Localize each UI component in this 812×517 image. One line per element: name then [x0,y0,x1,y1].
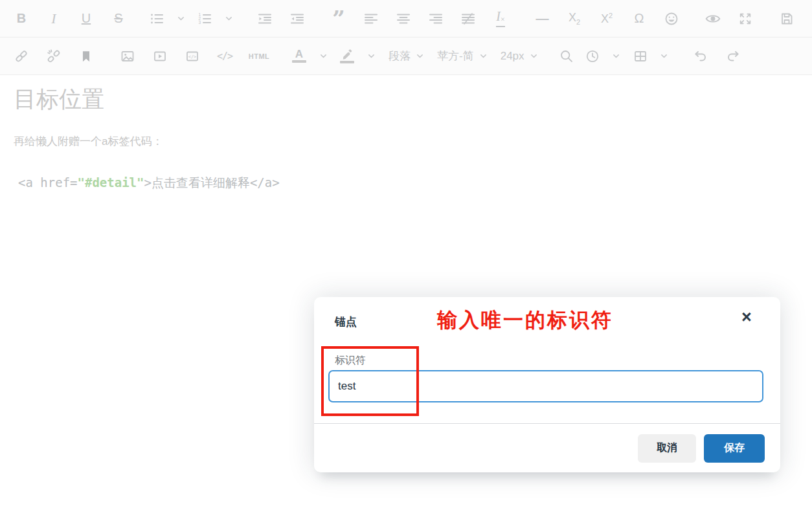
save-button[interactable]: 保存 [704,434,765,463]
preview-button[interactable] [697,5,729,33]
blockquote-button[interactable]: ” [322,5,355,33]
align-left-icon [363,11,379,27]
font-family-dropdown[interactable]: 苹方-简 [431,42,494,71]
clock-icon [585,49,600,64]
special-character-button[interactable]: Ω [623,5,655,33]
numbered-list-menu-button[interactable] [218,5,240,33]
highlight-color-swatch [340,61,354,63]
align-none-button[interactable] [452,5,484,33]
table-icon [633,49,648,64]
align-left-button[interactable] [355,5,387,33]
bullet-list-button[interactable] [144,5,170,33]
bold-icon: B [17,11,26,26]
document-heading: 目标位置 [14,84,812,115]
bullet-list-menu-button[interactable] [170,5,192,33]
undo-button[interactable] [684,42,717,71]
chevron-down-icon [530,52,538,60]
subscript-button[interactable]: X2 [558,5,591,33]
italic-button[interactable]: I [38,5,70,33]
media-button[interactable] [144,42,176,71]
numbered-list-button[interactable]: 1 2 3 [192,5,218,33]
superscript-button[interactable]: X2 [591,5,623,33]
svg-text:3: 3 [199,20,201,25]
indent-button[interactable] [249,5,281,33]
close-icon: × [741,307,752,327]
red-annotation-text: 输入唯一的标识符 [437,307,613,334]
image-icon [120,49,135,64]
chevron-down-icon [367,52,376,60]
cancel-button[interactable]: 取消 [638,434,696,463]
history-button[interactable] [580,42,605,71]
blockquote-icon: ” [332,13,345,25]
align-center-button[interactable] [387,5,420,33]
table-button[interactable] [627,42,653,71]
anchor-button[interactable] [70,42,102,71]
code-brackets-icon: </> [217,50,232,62]
highlight-color-menu-button[interactable] [360,42,382,71]
text-color-swatch [292,60,306,63]
strikethrough-icon: S [114,11,122,26]
fullscreen-button[interactable] [729,5,761,33]
svg-text:</>: </> [188,54,197,59]
emoji-button[interactable] [655,5,688,33]
text-color-button[interactable]: A [286,42,312,71]
dialog-title: 锚点 [335,314,357,329]
bullet-list-icon [149,11,164,27]
subscript-icon: X2 [569,11,580,26]
identifier-input[interactable] [328,370,763,402]
chevron-down-icon [479,52,488,60]
align-center-icon [396,11,411,27]
outdent-button[interactable] [281,5,313,33]
paragraph-format-dropdown[interactable]: 段落 [382,42,431,71]
fullscreen-icon [738,11,753,27]
close-button[interactable]: × [736,307,757,327]
toolbar-row-1: B I U S 1 2 3 [0,0,812,38]
code-string-literal: "#detail" [78,175,144,190]
code-text: <a href= [18,175,78,190]
identifier-label: 标识符 [335,354,366,368]
toolbar-row-2: </> </> HTML A 段落 [0,38,812,75]
highlight-color-button[interactable] [334,42,360,71]
editor-window: B I U S 1 2 3 [0,0,812,517]
html-label-icon: HTML [249,52,270,60]
unlink-button[interactable] [38,42,70,71]
numbered-list-icon: 1 2 3 [197,11,212,27]
undo-arrow-icon [693,49,708,64]
image-button[interactable] [111,42,144,71]
source-code-button[interactable]: </> [209,42,241,71]
chevron-down-icon [319,52,328,60]
clear-formatting-icon: I× [496,10,504,27]
table-menu-button[interactable] [653,42,675,71]
underline-icon: U [82,11,91,26]
code-sample-button[interactable]: </> [176,42,209,71]
link-button[interactable] [5,42,38,71]
code-sample-icon: </> [185,49,200,64]
horizontal-rule-button[interactable]: — [526,5,558,33]
clear-formatting-button[interactable]: I× [484,5,517,33]
chevron-down-icon [416,52,424,60]
document-code-line: <a href="#detail">点击查看详细解释</a> [18,175,812,192]
align-none-icon [460,11,476,27]
document-paragraph: 再给懒人附赠一个a标签代码： [14,134,812,149]
align-right-icon [428,11,444,27]
redo-button[interactable] [717,42,749,71]
anchor-dialog: 锚点 输入唯一的标识符 × 标识符 取消 保存 [314,297,780,472]
chevron-down-icon [660,52,668,60]
code-text: >点击查看详细解释</a> [144,175,279,190]
html-view-button[interactable]: HTML [241,42,277,71]
bold-button[interactable]: B [5,5,38,33]
history-menu-button[interactable] [605,42,627,71]
strikethrough-button[interactable]: S [102,5,135,33]
save-document-button[interactable] [771,5,803,33]
underline-button[interactable]: U [70,5,102,33]
align-right-button[interactable] [420,5,452,33]
search-replace-button[interactable] [554,42,580,71]
editor-toolbar: B I U S 1 2 3 [0,0,812,75]
paragraph-format-value: 段落 [389,49,411,63]
font-size-value: 24px [501,50,524,63]
unlink-icon [46,49,62,64]
save-icon [779,11,795,27]
text-color-menu-button[interactable] [312,42,334,71]
link-icon [14,49,29,64]
font-size-dropdown[interactable]: 24px [494,42,545,71]
